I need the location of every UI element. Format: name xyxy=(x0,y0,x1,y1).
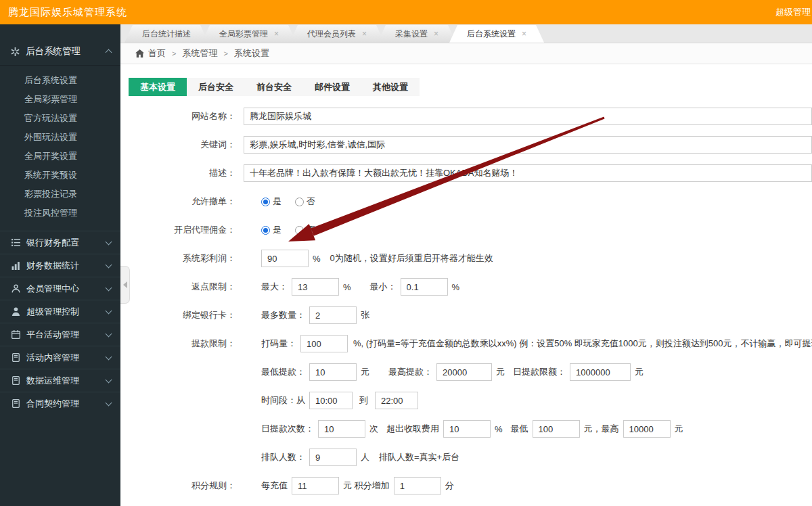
sidebar-group-activity-content[interactable]: 活动内容管理 xyxy=(0,346,120,369)
app-title: 腾龙国际娱乐城管理系统 xyxy=(8,0,127,24)
system-profit-input[interactable] xyxy=(261,250,309,267)
tab-collect-settings[interactable]: 采集设置× xyxy=(378,25,456,43)
sidebar-item-peripheral-play[interactable]: 外围玩法设置 xyxy=(0,128,120,147)
settings-tab-frontend-security[interactable]: 前台安全 xyxy=(245,78,303,96)
chevron-down-icon xyxy=(106,284,112,291)
breadcrumb-home[interactable]: 首页 xyxy=(148,47,166,60)
time-range-label: 时间段：从 xyxy=(261,394,305,407)
close-icon[interactable]: × xyxy=(274,29,279,39)
allow-cancel-yes-radio[interactable]: 是 xyxy=(261,196,281,208)
tab-agent-members[interactable]: 代理会员列表× xyxy=(290,25,384,43)
system-profit-hint: 0为随机，设置好后须重启开将器才能生效 xyxy=(330,252,493,264)
settings-tab-basic[interactable]: 基本设置 xyxy=(129,78,187,96)
breadcrumb-system-management[interactable]: 系统管理 xyxy=(182,47,217,60)
basic-settings-form: 网站名称： 关键词： 描述： 允许撤单： 是 否 开启代理佣金： 是 否 xyxy=(120,107,812,495)
keywords-label: 关键词： xyxy=(120,139,235,151)
excess-fee-input[interactable] xyxy=(443,420,491,438)
unit-ci: 次 xyxy=(369,423,378,435)
settings-tab-other[interactable]: 其他设置 xyxy=(361,78,420,96)
book-icon xyxy=(11,353,20,362)
dama-input[interactable] xyxy=(300,335,348,352)
allow-cancel-no-radio[interactable]: 否 xyxy=(295,196,315,208)
sidebar-group-contract[interactable]: 合同契约管理 xyxy=(0,392,120,415)
max-withdraw-input[interactable] xyxy=(436,363,492,381)
sidebar-item-draw-preset[interactable]: 系统开奖预设 xyxy=(0,166,120,185)
rebate-max-input[interactable] xyxy=(292,278,339,296)
excess-fee-label: 超出收取费用 xyxy=(386,423,439,435)
bank-card-row: 绑定银行卡： 最多数量： 张 xyxy=(120,306,812,325)
sidebar-item-official-play[interactable]: 官方玩法设置 xyxy=(0,109,120,128)
agent-commission-label: 开启代理佣金： xyxy=(120,224,235,236)
site-name-row: 网站名称： xyxy=(120,107,812,126)
withdraw-amounts-row: 最低提款： 元 最高提款： 元 日提款限额： 元 xyxy=(120,363,812,382)
agent-commission-yes-radio[interactable]: 是 xyxy=(261,224,281,236)
sidebar-item-backend-settings[interactable]: 后台系统设置 xyxy=(0,71,120,90)
gear-icon xyxy=(11,47,20,56)
daily-times-input[interactable] xyxy=(318,420,365,438)
time-to-input[interactable] xyxy=(375,392,418,409)
agent-commission-no-radio[interactable]: 否 xyxy=(295,224,315,236)
rebate-max-label: 最大： xyxy=(261,281,288,293)
sidebar-item-global-lottery[interactable]: 全局彩票管理 xyxy=(0,90,120,109)
fee-min-input[interactable] xyxy=(533,420,580,438)
settings-tab-mail[interactable]: 邮件设置 xyxy=(303,78,361,96)
tab-global-lottery[interactable]: 全局彩票管理× xyxy=(202,25,296,43)
daily-limit-label: 日提款限额： xyxy=(513,366,566,378)
close-icon[interactable]: × xyxy=(362,29,367,39)
radio-label: 否 xyxy=(307,224,315,236)
daily-limit-input[interactable] xyxy=(570,363,631,381)
agent-commission-row: 开启代理佣金： 是 否 xyxy=(120,221,812,239)
site-name-input[interactable] xyxy=(244,108,812,125)
sidebar-group-finance-stats[interactable]: 财务数据统计 xyxy=(0,254,120,277)
tab-label: 后台系统设置 xyxy=(467,29,516,39)
chevron-down-icon xyxy=(106,353,112,360)
allow-cancel-label: 允许撤单： xyxy=(120,196,235,208)
fee-max-input[interactable] xyxy=(623,420,671,438)
rebate-min-label: 最小： xyxy=(370,281,397,293)
sidebar-collapse-handle[interactable] xyxy=(120,266,130,304)
sidebar-group-super-admin[interactable]: 超级管理控制 xyxy=(0,300,120,323)
radio-unselected-icon xyxy=(295,226,304,235)
description-input[interactable] xyxy=(244,164,812,182)
min-withdraw-input[interactable] xyxy=(309,363,357,381)
list-icon xyxy=(11,238,20,247)
user-menu[interactable]: 超级管理 xyxy=(775,0,812,24)
breadcrumb-system-settings[interactable]: 系统设置 xyxy=(234,47,269,60)
tab-backend-system-settings[interactable]: 后台系统设置× xyxy=(449,25,544,43)
sidebar-item-risk-control[interactable]: 投注风控管理 xyxy=(0,204,120,223)
keywords-input[interactable] xyxy=(244,136,812,154)
rebate-min-input[interactable] xyxy=(401,278,448,296)
main-content: 基本设置 后台安全 前台安全 邮件设置 其他设置 网站名称： 关键词： 描述： … xyxy=(120,64,812,506)
percent-unit: % xyxy=(452,282,460,292)
tab-backend-stats[interactable]: 后台统计描述 xyxy=(125,25,208,43)
sidebar-group-member-center[interactable]: 会员管理中心 xyxy=(0,277,120,300)
admin-user-icon xyxy=(11,307,20,316)
queue-hint: 排队人数=真实+后台 xyxy=(379,451,459,463)
close-icon[interactable]: × xyxy=(522,29,526,39)
queue-input[interactable] xyxy=(309,448,357,466)
sidebar-item-global-draw[interactable]: 全局开奖设置 xyxy=(0,147,120,166)
sidebar-item-bet-records[interactable]: 彩票投注记录 xyxy=(0,185,120,204)
chevron-down-icon xyxy=(106,261,112,268)
sidebar-group-label: 财务数据统计 xyxy=(26,260,106,272)
sidebar-group-bank-finance[interactable]: 银行财务配置 xyxy=(0,231,120,254)
collapse-left-icon xyxy=(123,281,127,288)
bank-card-qty-input[interactable] xyxy=(309,306,357,324)
time-from-input[interactable] xyxy=(309,392,353,409)
sidebar-group-label: 银行财务配置 xyxy=(26,237,106,249)
radio-label: 是 xyxy=(273,196,281,208)
bank-card-qty-label: 最多数量： xyxy=(261,309,305,321)
sidebar-group-data-ops[interactable]: 数据运维管理 xyxy=(0,369,120,392)
close-icon[interactable]: × xyxy=(434,29,438,39)
member-icon xyxy=(11,284,20,293)
sidebar-group-backend-system[interactable]: 后台系统管理 xyxy=(0,38,120,66)
tab-label: 全局彩票管理 xyxy=(219,29,268,39)
min-withdraw-label: 最低提款： xyxy=(261,366,305,378)
sidebar-group-label: 会员管理中心 xyxy=(26,283,106,295)
points-add-input[interactable] xyxy=(394,477,441,495)
sidebar-group-platform-activity[interactable]: 平台活动管理 xyxy=(0,323,120,346)
max-withdraw-label: 最高提款： xyxy=(388,366,432,378)
settings-tabs: 基本设置 后台安全 前台安全 邮件设置 其他设置 xyxy=(129,78,420,96)
settings-tab-backend-security[interactable]: 后台安全 xyxy=(187,78,245,96)
points-recharge-input[interactable] xyxy=(292,477,339,495)
